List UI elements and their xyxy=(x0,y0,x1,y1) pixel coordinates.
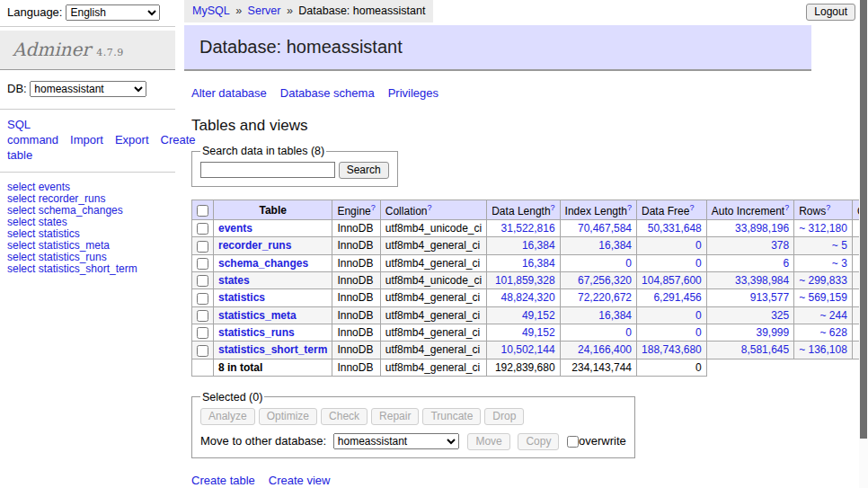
vertical-scrollbar[interactable] xyxy=(859,0,868,488)
selected-action-button[interactable]: Analyze xyxy=(200,408,255,425)
sidebar-action-link[interactable]: Import xyxy=(70,133,103,146)
create-link[interactable]: Create table xyxy=(191,474,255,487)
value-link[interactable]: 50,331,648 xyxy=(642,222,702,235)
value-link[interactable]: ~ 569,159 xyxy=(799,291,847,304)
value-link[interactable]: 0 xyxy=(642,257,702,270)
sidebar-select-link[interactable]: select statistics_runs xyxy=(7,252,168,263)
search-input[interactable] xyxy=(200,162,335,178)
scrollbar-thumb[interactable] xyxy=(860,0,867,439)
value-link[interactable]: 0 xyxy=(565,326,632,339)
column-help-link[interactable]: ? xyxy=(826,203,830,212)
value-link[interactable]: ~ 312,180 xyxy=(799,222,847,235)
move-db-select[interactable]: homeassistant xyxy=(333,433,459,449)
breadcrumb-item[interactable]: MySQL xyxy=(192,4,230,17)
select-all-checkbox[interactable] xyxy=(197,205,208,217)
value-link[interactable]: 24,166,400 xyxy=(565,343,632,356)
row-checkbox[interactable] xyxy=(197,258,208,270)
value-link[interactable]: 33,898,196 xyxy=(712,222,789,235)
logout-button[interactable]: Logout xyxy=(806,4,855,21)
sidebar-select-link[interactable]: select events xyxy=(7,182,168,193)
row-checkbox[interactable] xyxy=(197,241,208,253)
db-select[interactable]: homeassistant xyxy=(30,81,146,97)
value-link[interactable]: 16,384 xyxy=(492,257,554,270)
language-select[interactable]: English xyxy=(66,4,160,21)
value-link[interactable]: ~ 244 xyxy=(799,309,847,322)
row-checkbox[interactable] xyxy=(197,345,208,357)
column-help-link[interactable]: ? xyxy=(784,203,789,212)
value-link[interactable]: 72,220,672 xyxy=(565,291,632,304)
table-name-link[interactable]: statistics_runs xyxy=(218,326,295,339)
value-link[interactable]: 16,384 xyxy=(565,239,632,252)
sidebar-select-link[interactable]: select schema_changes xyxy=(7,205,168,217)
row-checkbox[interactable] xyxy=(197,293,208,305)
selected-action-button[interactable]: Optimize xyxy=(259,408,317,425)
table-name-link[interactable]: recorder_runs xyxy=(218,239,291,252)
value-link[interactable]: ~ 299,833 xyxy=(799,274,847,287)
database-link[interactable]: Alter database xyxy=(191,86,267,100)
value-link[interactable]: 49,152 xyxy=(492,326,554,339)
row-checkbox[interactable] xyxy=(197,310,208,322)
database-link[interactable]: Privileges xyxy=(388,86,438,100)
sidebar-action-link[interactable]: SQL command xyxy=(7,118,58,146)
value-link[interactable]: 913,577 xyxy=(712,291,789,304)
value-link[interactable]: 33,398,984 xyxy=(712,274,789,287)
value-link[interactable]: 104,857,600 xyxy=(642,274,702,287)
overwrite-checkbox[interactable] xyxy=(567,436,579,448)
move-button[interactable]: Move xyxy=(467,433,509,450)
copy-button[interactable]: Copy xyxy=(518,433,559,450)
column-help-link[interactable]: ? xyxy=(371,203,376,212)
selected-action-button[interactable]: Check xyxy=(321,408,368,425)
selected-action-button[interactable]: Repair xyxy=(371,408,419,425)
value-link[interactable]: 49,152 xyxy=(492,309,554,322)
selected-action-button[interactable]: Truncate xyxy=(422,408,481,425)
table-name-link[interactable]: statistics xyxy=(218,291,265,304)
selected-action-button[interactable]: Drop xyxy=(484,408,524,425)
value-link[interactable]: ~ 5 xyxy=(799,239,847,252)
value-link[interactable]: 6,291,456 xyxy=(642,291,702,304)
sidebar-select-link[interactable]: select statistics xyxy=(7,228,168,240)
value-link[interactable]: 188,743,680 xyxy=(642,343,702,356)
column-help-link[interactable]: ? xyxy=(551,203,555,212)
database-link[interactable]: Database schema xyxy=(280,86,375,100)
sidebar-action-links: SQL commandImportExportCreate table xyxy=(0,110,175,173)
row-checkbox[interactable] xyxy=(197,275,208,287)
sidebar-select-link[interactable]: select statistics_meta xyxy=(7,240,168,252)
table-name-link[interactable]: schema_changes xyxy=(218,257,308,270)
table-name-link[interactable]: events xyxy=(218,222,252,235)
value-link[interactable]: 0 xyxy=(642,326,702,339)
value-link[interactable]: 16,384 xyxy=(492,239,554,252)
value-link[interactable]: 0 xyxy=(642,309,702,322)
value-link[interactable]: ~ 136,108 xyxy=(799,343,847,356)
value-link[interactable]: 8,581,645 xyxy=(712,343,789,356)
sidebar-select-link[interactable]: select states xyxy=(7,217,168,228)
value-link[interactable]: 6 xyxy=(712,257,789,270)
row-checkbox[interactable] xyxy=(197,327,208,339)
value-link[interactable]: 378 xyxy=(712,239,789,252)
column-help-link[interactable]: ? xyxy=(627,203,632,212)
table-name-link[interactable]: statistics_short_term xyxy=(218,343,327,356)
value-link[interactable]: ~ 628 xyxy=(799,326,847,339)
table-name-link[interactable]: statistics_meta xyxy=(218,309,297,322)
sidebar-action-link[interactable]: Export xyxy=(115,133,149,146)
value-link[interactable]: 31,522,816 xyxy=(492,222,554,235)
value-link[interactable]: 0 xyxy=(565,257,632,270)
row-checkbox[interactable] xyxy=(197,223,208,235)
create-link[interactable]: Create view xyxy=(269,474,331,487)
search-button[interactable]: Search xyxy=(339,162,389,179)
value-link[interactable]: 48,824,320 xyxy=(492,291,554,304)
value-link[interactable]: 325 xyxy=(712,309,789,322)
value-link[interactable]: 70,467,584 xyxy=(565,222,632,235)
column-help-link[interactable]: ? xyxy=(689,203,694,212)
value-link[interactable]: 16,384 xyxy=(565,309,632,322)
value-link[interactable]: 101,859,328 xyxy=(492,274,554,287)
sidebar-select-link[interactable]: select statistics_short_term xyxy=(7,263,168,275)
column-help-link[interactable]: ? xyxy=(427,203,431,212)
value-link[interactable]: 67,256,320 xyxy=(565,274,632,287)
value-link[interactable]: ~ 3 xyxy=(799,257,847,270)
sidebar-select-link[interactable]: select recorder_runs xyxy=(7,193,168,205)
table-name-link[interactable]: states xyxy=(218,274,250,287)
value-link[interactable]: 0 xyxy=(642,239,702,252)
breadcrumb-item[interactable]: Server xyxy=(248,4,281,17)
value-link[interactable]: 10,502,144 xyxy=(492,343,554,356)
value-link[interactable]: 39,999 xyxy=(712,326,789,339)
